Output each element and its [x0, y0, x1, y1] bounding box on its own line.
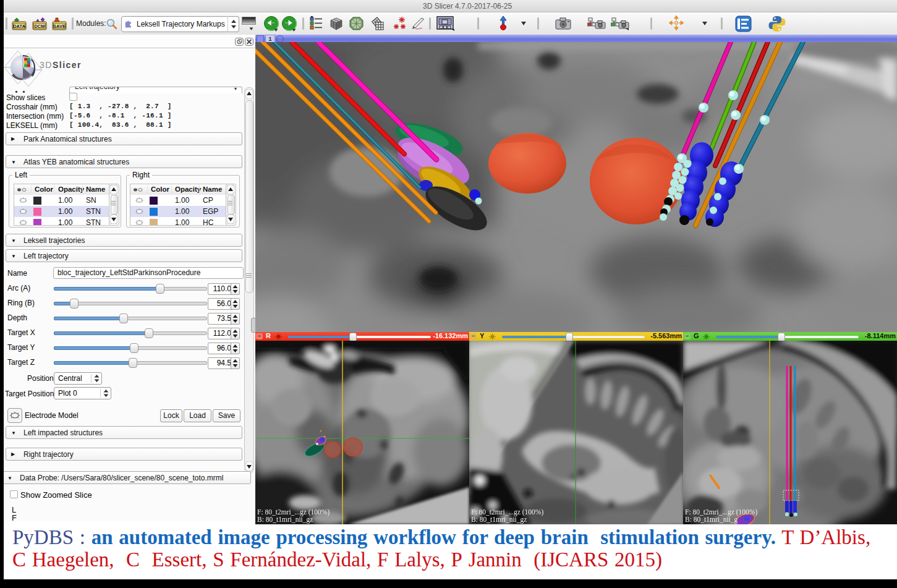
svg-text:B: 80_t1mri_nii_g: B: 80_t1mri_nii_g: [685, 516, 738, 524]
svg-text:DCM: DCM: [34, 23, 45, 29]
svg-text:SAVE: SAVE: [53, 23, 66, 29]
svg-text:B: 80_t1mri_nii_gz: B: 80_t1mri_nii_gz: [257, 516, 313, 524]
svg-text:DATA: DATA: [13, 23, 25, 29]
svg-text:B: 80_t1mri_nii_gz: B: 80_t1mri_nii_gz: [471, 516, 527, 524]
